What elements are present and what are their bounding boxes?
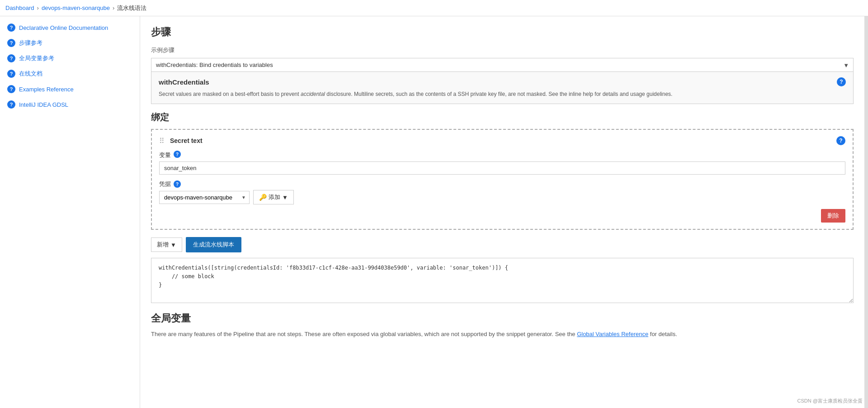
sidebar-item-intellij[interactable]: ? IntelliJ IDEA GDSL bbox=[0, 97, 140, 112]
help-icon-declarative: ? bbox=[7, 24, 15, 32]
credentials-row: devops-maven-sonarqube 🔑 添加 ▼ bbox=[159, 190, 845, 204]
global-variables-heading: 全局变量 bbox=[151, 312, 854, 325]
breadcrumb-current: 流水线语法 bbox=[117, 4, 146, 12]
add-credentials-button[interactable]: 🔑 添加 ▼ bbox=[253, 190, 294, 204]
credentials-select[interactable]: devops-maven-sonarqube bbox=[159, 191, 250, 204]
sidebar-item-examples[interactable]: ? Examples Reference bbox=[0, 81, 140, 97]
sidebar-item-label-examples: Examples Reference bbox=[19, 86, 74, 93]
key-icon: 🔑 bbox=[259, 194, 267, 201]
with-credentials-header: withCredentials ? bbox=[159, 77, 846, 86]
sidebar-item-label-global: 全局变量参考 bbox=[19, 54, 54, 62]
sidebar-item-steps-ref[interactable]: ? 步骤参考 bbox=[0, 35, 140, 51]
sidebar-item-label-intellij: IntelliJ IDEA GDSL bbox=[19, 101, 68, 108]
binding-title-row: ⠿ Secret text bbox=[159, 137, 203, 145]
sidebar-item-label-online: 在线文档 bbox=[19, 70, 42, 78]
breadcrumb-sep-1: › bbox=[37, 5, 39, 11]
watermark: CSDN @富士康质检员张全蛋 bbox=[797, 398, 863, 404]
credentials-label: 凭据 ? bbox=[159, 180, 845, 188]
bindings-heading: 绑定 bbox=[151, 111, 854, 123]
help-icon-global: ? bbox=[7, 54, 15, 62]
variable-field-row: 变量 ? bbox=[159, 151, 845, 175]
sample-steps-label: 示例步骤 bbox=[151, 46, 854, 54]
with-credentials-help-icon[interactable]: ? bbox=[837, 77, 846, 86]
credentials-label-text: 凭据 bbox=[159, 180, 171, 188]
sidebar-item-label-declarative: Declarative Online Documentation bbox=[19, 24, 108, 31]
sample-steps-dropdown-row: withCredentials: Bind credentials to var… bbox=[151, 58, 854, 72]
sidebar-item-label-steps: 步骤参考 bbox=[19, 39, 42, 47]
new-dropdown-arrow: ▼ bbox=[170, 242, 176, 248]
credentials-select-wrapper: devops-maven-sonarqube bbox=[159, 191, 250, 204]
desc-text-2: disclosure. Multiline secrets, such as t… bbox=[325, 91, 672, 97]
variable-label: 变量 ? bbox=[159, 151, 845, 160]
variable-input[interactable] bbox=[159, 161, 845, 175]
add-dropdown-arrow: ▼ bbox=[282, 194, 288, 201]
binding-box: ⠿ Secret text ? 变量 ? 凭据 ? bbox=[151, 129, 854, 230]
breadcrumb-dashboard[interactable]: Dashboard bbox=[5, 5, 34, 11]
global-vars-text-1: There are many features of the Pipeline … bbox=[151, 331, 577, 337]
breadcrumb-bar: Dashboard › devops-maven-sonarqube › 流水线… bbox=[0, 0, 868, 16]
breadcrumb-sep-2: › bbox=[113, 5, 114, 11]
global-variables-description: There are many features of the Pipeline … bbox=[151, 330, 854, 339]
with-credentials-description: Secret values are masked on a best-effor… bbox=[159, 90, 846, 98]
steps-heading: 步骤 bbox=[151, 25, 854, 39]
generate-button[interactable]: 生成流水线脚本 bbox=[186, 237, 241, 252]
main-content: 步骤 示例步骤 withCredentials: Bind credential… bbox=[140, 16, 864, 408]
credentials-field-row: 凭据 ? devops-maven-sonarqube 🔑 添加 ▼ bbox=[159, 180, 845, 204]
global-vars-ref-link[interactable]: Global Variables Reference bbox=[577, 331, 648, 337]
help-icon-examples: ? bbox=[7, 85, 15, 93]
binding-header: ⠿ Secret text ? bbox=[159, 136, 845, 145]
binding-title: Secret text bbox=[170, 137, 203, 144]
code-block[interactable] bbox=[151, 258, 854, 303]
new-button[interactable]: 新增 ▼ bbox=[151, 237, 182, 252]
credentials-help-icon[interactable]: ? bbox=[174, 180, 181, 188]
binding-help-icon[interactable]: ? bbox=[836, 136, 845, 145]
sidebar: ? Declarative Online Documentation ? 步骤参… bbox=[0, 16, 140, 408]
sample-steps-select[interactable]: withCredentials: Bind credentials to var… bbox=[151, 58, 854, 72]
help-icon-online: ? bbox=[7, 70, 15, 78]
drag-handle-icon: ⠿ bbox=[159, 137, 165, 145]
help-icon-steps: ? bbox=[7, 39, 15, 47]
variable-label-text: 变量 bbox=[159, 151, 171, 159]
action-row: 新增 ▼ 生成流水线脚本 bbox=[151, 237, 854, 252]
sidebar-item-global-vars[interactable]: ? 全局变量参考 bbox=[0, 51, 140, 66]
help-icon-intellij: ? bbox=[7, 100, 15, 109]
sidebar-item-online-docs[interactable]: ? 在线文档 bbox=[0, 66, 140, 81]
breadcrumb-project[interactable]: devops-maven-sonarqube bbox=[42, 5, 110, 11]
new-button-label: 新增 bbox=[157, 241, 169, 249]
sidebar-item-declarative-docs[interactable]: ? Declarative Online Documentation bbox=[0, 20, 140, 35]
variable-help-icon[interactable]: ? bbox=[174, 151, 181, 158]
with-credentials-title: withCredentials bbox=[159, 78, 209, 86]
with-credentials-box: withCredentials ? Secret values are mask… bbox=[151, 72, 854, 104]
delete-button[interactable]: 删除 bbox=[821, 209, 845, 223]
scrollbar[interactable] bbox=[864, 16, 868, 408]
desc-italic: accidental bbox=[301, 91, 325, 97]
add-button-label: 添加 bbox=[269, 193, 280, 201]
global-vars-text-2: for details. bbox=[648, 331, 677, 337]
desc-text-1: Secret values are masked on a best-effor… bbox=[159, 91, 301, 97]
